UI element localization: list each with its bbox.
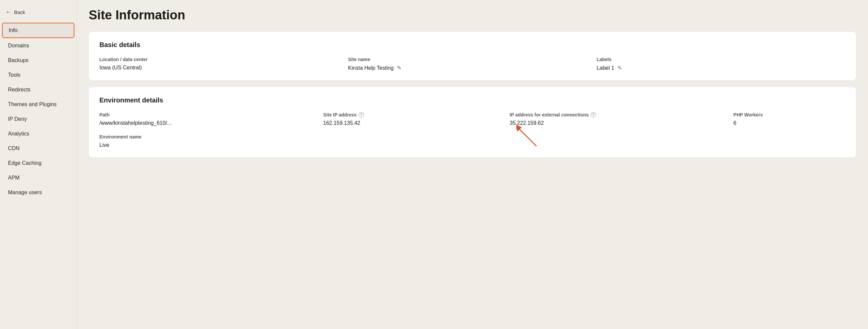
location-value: Iowa (US Central) bbox=[99, 65, 348, 71]
sidebar-item-themes-plugins[interactable]: Themes and Plugins bbox=[2, 97, 74, 112]
labels-value: Label 1 bbox=[597, 65, 615, 71]
php-workers-label: PHP Workers bbox=[734, 112, 845, 117]
sidebar-item-cdn[interactable]: CDN bbox=[2, 142, 74, 155]
site-ip-help-icon[interactable]: ? bbox=[359, 112, 364, 117]
site-ip-value: 162.159.135.42 bbox=[323, 120, 510, 126]
sidebar-item-manage-users[interactable]: Manage users bbox=[2, 185, 74, 200]
site-ip-label-container: Site IP address ? bbox=[323, 112, 510, 117]
basic-details-title: Basic details bbox=[99, 41, 845, 49]
labels-edit-icon[interactable]: ✎ bbox=[618, 65, 622, 71]
sidebar-item-analytics[interactable]: Analytics bbox=[2, 127, 74, 141]
sidebar: ← Back Info Domains Backups Tools Redire… bbox=[0, 0, 77, 329]
external-ip-label-container: IP address for external connections ? bbox=[510, 112, 734, 117]
back-label: Back bbox=[14, 9, 25, 15]
location-label: Location / data center bbox=[99, 57, 348, 62]
labels-label: Labels bbox=[597, 57, 845, 62]
sidebar-item-redirects[interactable]: Redirects bbox=[2, 83, 74, 97]
site-ip-label: Site IP address bbox=[323, 112, 356, 117]
sidebar-item-info[interactable]: Info bbox=[2, 23, 74, 38]
site-name-col: Site name Kinsta Help Testing ✎ bbox=[348, 57, 596, 71]
main-content: Site Information Basic details Location … bbox=[77, 0, 868, 329]
page-title: Site Information bbox=[89, 8, 856, 22]
basic-details-card: Basic details Location / data center Iow… bbox=[89, 32, 856, 81]
external-ip-value-container: 35.222.159.62 bbox=[510, 120, 734, 126]
sidebar-item-tools[interactable]: Tools bbox=[2, 68, 74, 82]
site-ip-col: Site IP address ? 162.159.135.42 bbox=[323, 112, 510, 126]
env-name-section: Environment name Live bbox=[99, 134, 845, 148]
environment-details-card: Environment details Path /www/kinstahelp… bbox=[89, 87, 856, 157]
sidebar-item-edge-caching[interactable]: Edge Caching bbox=[2, 156, 74, 170]
sidebar-item-backups[interactable]: Backups bbox=[2, 53, 74, 67]
basic-details-grid: Location / data center Iowa (US Central)… bbox=[99, 57, 845, 71]
site-name-label: Site name bbox=[348, 57, 596, 62]
external-ip-col: IP address for external connections ? 35… bbox=[510, 112, 734, 126]
php-workers-value: 6 bbox=[734, 120, 845, 126]
labels-value-container: Label 1 ✎ bbox=[597, 65, 845, 71]
external-ip-help-icon[interactable]: ? bbox=[591, 112, 596, 117]
php-workers-col: PHP Workers 6 bbox=[734, 112, 845, 126]
back-arrow-icon: ← bbox=[5, 9, 11, 16]
path-col: Path /www/kinstahelptesting_610/... bbox=[99, 112, 323, 126]
path-value: /www/kinstahelptesting_610/... bbox=[99, 120, 323, 126]
environment-details-title: Environment details bbox=[99, 96, 845, 104]
sidebar-item-apm[interactable]: APM bbox=[2, 171, 74, 185]
env-name-label: Environment name bbox=[99, 134, 845, 140]
site-name-value: Kinsta Help Testing bbox=[348, 65, 394, 71]
environment-details-grid: Path /www/kinstahelptesting_610/... Site… bbox=[99, 112, 845, 126]
site-name-edit-icon[interactable]: ✎ bbox=[397, 65, 401, 71]
env-name-value: Live bbox=[99, 142, 845, 148]
sidebar-item-ip-deny[interactable]: IP Deny bbox=[2, 112, 74, 126]
sidebar-item-domains[interactable]: Domains bbox=[2, 39, 74, 53]
location-col: Location / data center Iowa (US Central) bbox=[99, 57, 348, 71]
labels-col: Labels Label 1 ✎ bbox=[597, 57, 845, 71]
external-ip-value: 35.222.159.62 bbox=[510, 120, 734, 126]
site-name-value-container: Kinsta Help Testing ✎ bbox=[348, 65, 596, 71]
external-ip-label: IP address for external connections bbox=[510, 112, 589, 117]
path-label: Path bbox=[99, 112, 323, 117]
back-button[interactable]: ← Back bbox=[0, 5, 76, 19]
